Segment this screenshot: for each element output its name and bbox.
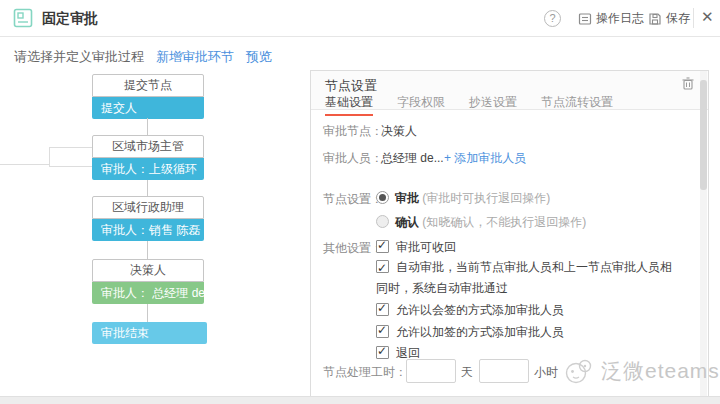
checkbox-auto-approve[interactable]: 自动审批，当前节点审批人员和上一节点审批人员相同时，系统自动审批通过	[376, 257, 678, 299]
node-assignee: 审批人： 总经理 de...	[92, 282, 204, 304]
tab-cc-settings[interactable]: 抄送设置	[469, 94, 517, 116]
other-settings-label: 其他设置：	[323, 240, 383, 257]
approver-label: 审批人员：	[323, 150, 383, 167]
tab-basic-settings[interactable]: 基础设置	[325, 94, 373, 116]
approval-node-label: 审批节点：	[323, 123, 383, 140]
day-unit-label: 天	[461, 364, 473, 381]
flow-connector	[147, 118, 148, 135]
checkbox-label: 允许以加签的方式添加审批人员	[396, 325, 564, 339]
save-label: 保存	[666, 10, 690, 27]
branch-connector-line	[0, 164, 50, 165]
checkbox-checked-icon	[376, 260, 389, 273]
panel-header: 节点设置 基础设置 字段权限 抄送设置 节点流转设置	[311, 71, 708, 110]
eteams-logo-icon	[563, 356, 595, 386]
approver-value: 总经理 de...	[381, 150, 444, 167]
prompt-text: 请选择并定义审批过程	[14, 48, 144, 66]
checkbox-countersign[interactable]: 允许以会签的方式添加审批人员	[376, 302, 564, 319]
panel-title: 节点设置	[325, 77, 377, 95]
tab-field-permissions[interactable]: 字段权限	[397, 94, 445, 116]
flow-connector	[147, 180, 148, 196]
log-icon	[578, 12, 592, 26]
node-setting-label: 节点设置：	[323, 191, 383, 208]
node-assignee: 审批人：销售 陈磊	[92, 219, 204, 241]
days-input[interactable]	[406, 359, 456, 383]
help-icon[interactable]: ?	[544, 10, 561, 27]
page-title: 固定审批	[42, 10, 98, 28]
node-title: 决策人	[92, 259, 204, 282]
radio-approve-option[interactable]: 审批 (审批时可执行退回操作)	[376, 190, 550, 207]
panel-scrollbar-thumb[interactable]	[700, 80, 707, 190]
workflow-designer-window: 固定审批 ? 操作日志 保存 ✕ 请选择并定义审批过程 新增审批环节 预览	[0, 0, 720, 404]
close-icon[interactable]: ✕	[701, 8, 714, 26]
add-step-link[interactable]: 新增审批环节	[156, 48, 234, 66]
node-assignee: 提交人	[92, 97, 204, 119]
radio-confirm-note: (知晓确认，不能执行退回操作)	[422, 215, 586, 229]
flow-node-admin-assistant[interactable]: 区域行政助理 审批人：销售 陈磊	[92, 196, 204, 241]
node-title: 提交节点	[92, 74, 204, 97]
save-icon	[648, 12, 662, 26]
flow-node-submit[interactable]: 提交节点 提交人	[92, 74, 204, 119]
checkbox-recall[interactable]: 审批可收回	[376, 239, 456, 256]
watermark-text: 泛微eteams	[601, 357, 720, 385]
preview-link[interactable]: 预览	[246, 48, 272, 66]
toolbar-divider	[693, 8, 694, 28]
checkbox-label: 自动审批，当前节点审批人员和上一节点审批人员相同时，系统自动审批通过	[376, 260, 672, 295]
operation-log-label: 操作日志	[596, 10, 644, 27]
eteams-watermark: 泛微eteams	[563, 356, 720, 386]
checkbox-label: 允许以会签的方式添加审批人员	[396, 303, 564, 317]
work-hours-label: 节点处理工时：	[323, 364, 407, 381]
checkbox-checked-icon	[376, 325, 389, 338]
radio-confirm-label: 确认	[395, 215, 419, 229]
tab-flow-transfer-settings[interactable]: 节点流转设置	[541, 94, 613, 116]
checkbox-checked-icon	[376, 240, 389, 253]
delete-node-icon[interactable]	[682, 77, 694, 90]
node-title: 区域市场主管	[92, 135, 204, 158]
flow-node-decision-maker[interactable]: 决策人 审批人： 总经理 de...	[92, 259, 204, 304]
checkbox-checked-icon	[376, 303, 389, 316]
approval-node-value: 决策人	[381, 123, 417, 140]
flow-node-market-manager[interactable]: 区域市场主管 审批人：上级循环	[92, 135, 204, 180]
hours-input[interactable]	[479, 359, 529, 383]
radio-selected-icon	[376, 191, 389, 204]
settings-tabs: 基础设置 字段权限 抄送设置 节点流转设置	[325, 94, 613, 116]
radio-approve-note: (审批时可执行退回操作)	[422, 191, 550, 205]
node-settings-panel: 节点设置 基础设置 字段权限 抄送设置 节点流转设置 审批节点： 决策人 审批人…	[310, 70, 709, 404]
hour-unit-label: 小时	[534, 364, 558, 381]
flow-subheader: 请选择并定义审批过程 新增审批环节 预览	[14, 48, 272, 66]
branch-placeholder	[49, 147, 96, 167]
title-bar: 固定审批 ? 操作日志 保存 ✕	[0, 0, 720, 37]
save-button[interactable]: 保存	[648, 10, 690, 27]
node-assignee: 审批人：上级循环	[92, 158, 204, 180]
checkbox-checked-icon	[376, 346, 389, 359]
radio-confirm-option[interactable]: 确认 (知晓确认，不能执行退回操作)	[376, 214, 586, 231]
form-app-icon	[13, 8, 33, 28]
flow-connector	[147, 241, 148, 259]
add-approver-link[interactable]: + 添加审批人员	[444, 150, 526, 167]
checkbox-label: 退回	[396, 346, 420, 360]
horizontal-scrollbar[interactable]	[0, 396, 720, 404]
checkbox-label: 审批可收回	[396, 240, 456, 254]
flow-node-end[interactable]: 审批结束	[92, 322, 207, 344]
node-title: 区域行政助理	[92, 196, 204, 219]
operation-log-button[interactable]: 操作日志	[578, 10, 644, 27]
radio-unselected-icon	[376, 215, 389, 228]
checkbox-addsign[interactable]: 允许以加签的方式添加审批人员	[376, 324, 564, 341]
radio-approve-label: 审批	[395, 191, 419, 205]
flow-connector	[147, 304, 148, 322]
